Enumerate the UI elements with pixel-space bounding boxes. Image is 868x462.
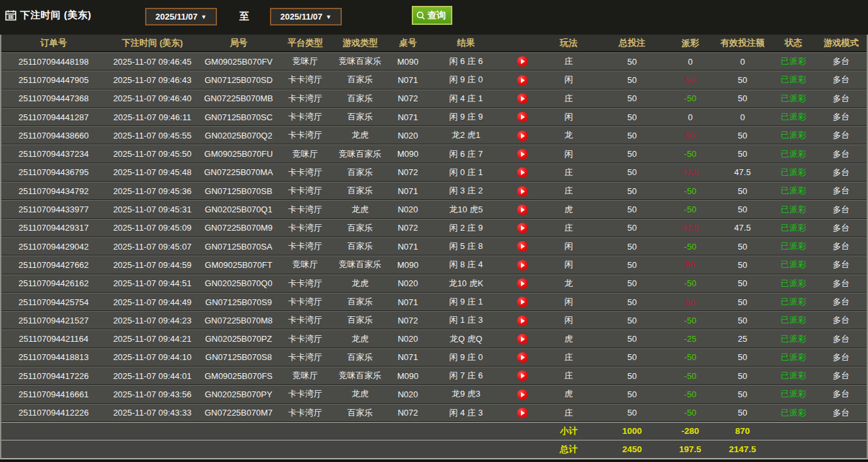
result-cell: 龙Q 虎Q [427,329,505,348]
total-bet-cell: 50 [597,404,667,422]
replay-cell [505,385,540,403]
table-number-cell: N071 [388,293,427,311]
play-video-button[interactable] [517,334,528,344]
order-number-cell: 251107094427662 [1,256,106,274]
valid-bet-cell: 0 [714,52,771,71]
order-number-cell: 251107094438660 [1,126,106,144]
play-video-button[interactable] [517,149,528,159]
platform-type-cell: 竞咪厅 [278,144,332,163]
game-type-cell: 竞咪百家乐 [332,144,388,163]
round-number-cell: GN07125B070SA [199,237,278,256]
platform-type-cell: 卡卡湾厅 [278,71,332,89]
play-video-button[interactable] [517,278,528,289]
play-video-button[interactable] [517,389,528,400]
valid-bet-cell: 50 [714,404,771,422]
total-bet-cell: 50 [597,256,667,274]
table-row: 251107094448198 2025-11-07 09:46:45 GM09… [1,52,867,71]
total-bet-cell: 50 [597,329,667,348]
play-video-button[interactable] [517,260,528,271]
play-video-button[interactable] [517,56,528,67]
date-from-picker[interactable]: 2025/11/07 ▼ [145,8,217,25]
result-cell: 龙10 虎5 [427,200,505,218]
play-video-button[interactable] [517,241,528,252]
valid-bet-cell: 50 [714,237,771,256]
round-number-cell: GN02025B070PZ [199,329,278,348]
play-video-button[interactable] [517,93,528,104]
toolbar: 下注时间 (美东) 2025/11/07 ▼ 至 2025/11/07 ▼ 查询 [0,0,868,35]
result-cell: 闲 5 庄 8 [427,237,505,256]
valid-bet-cell: 50 [714,348,771,367]
replay-cell [505,182,540,200]
game-type-cell: 百家乐 [332,348,388,367]
bet-time-cell: 2025-11-07 09:43:56 [106,385,199,403]
payout-cell: 47.5 [667,163,714,182]
bet-method-cell: 庄 [540,90,597,108]
replay-cell [505,52,540,71]
date-to-value: 2025/11/07 [280,12,322,22]
bet-method-cell: 庄 [540,404,597,422]
play-video-button[interactable] [517,75,528,86]
play-video-button[interactable] [517,408,528,418]
play-video-button[interactable] [517,223,528,233]
game-mode-cell: 多台 [816,108,867,126]
total-bet-cell: 50 [597,90,667,108]
order-number-cell: 251107094448198 [1,52,106,71]
play-video-button[interactable] [517,112,528,122]
table-row: 251107094412226 2025-11-07 09:43:33 GN07… [1,404,867,422]
result-cell: 闲 9 庄 9 [427,108,505,126]
play-video-button[interactable] [517,371,528,381]
date-from-value: 2025/11/07 [156,12,197,22]
game-mode-cell: 多台 [816,293,867,311]
table-row: 251107094447905 2025-11-07 09:46:43 GN07… [1,71,867,89]
play-video-button[interactable] [517,131,528,141]
replay-cell [505,311,540,329]
result-cell: 闲 1 庄 3 [427,311,505,329]
game-mode-cell: 多台 [816,348,867,367]
table-number-cell: N072 [388,404,427,422]
valid-bet-cell: 50 [714,90,771,108]
query-button[interactable]: 查询 [412,6,452,25]
total-bet: 2450 [597,440,667,458]
bet-method-cell: 龙 [540,274,597,293]
payout-cell: -50 [667,200,714,218]
replay-cell [505,144,540,163]
order-number-cell: 251107094426162 [1,274,106,293]
platform-type-cell: 卡卡湾厅 [278,182,332,200]
game-mode-cell: 多台 [816,329,867,348]
column-header: 游戏模式 [816,35,867,52]
payout-cell: -50 [667,90,714,108]
column-header: 有效投注额 [714,35,771,52]
replay-cell [505,71,540,89]
valid-bet-cell: 50 [714,200,771,218]
play-video-button[interactable] [517,297,528,307]
status-badge: 已派彩 [771,90,816,108]
round-number-cell: GN07225B070M7 [199,404,278,422]
column-header: 局号 [199,35,278,52]
order-number-cell: 251107094447368 [1,90,106,108]
order-number-cell: 251107094421164 [1,329,106,348]
game-mode-cell: 多台 [816,404,867,422]
payout-cell: -50 [667,385,714,403]
payout-cell: 50 [667,126,714,144]
table-number-cell: N071 [388,182,427,200]
date-to-picker[interactable]: 2025/11/07 ▼ [270,8,342,25]
play-video-button[interactable] [517,167,528,178]
game-type-cell: 百家乐 [332,182,388,200]
column-header: 状态 [771,35,816,52]
game-mode-cell: 多台 [816,385,867,403]
play-video-button[interactable] [517,316,528,326]
platform-type-cell: 卡卡湾厅 [278,329,332,348]
game-mode-cell: 多台 [816,126,867,144]
bet-records-table: 订单号下注时间 (美东)局号平台类型游戏类型桌号结果玩法总投注派彩有效投注额状态… [0,35,868,459]
play-video-button[interactable] [517,205,528,215]
table-number-cell: M090 [388,144,427,163]
game-type-cell: 百家乐 [332,219,388,237]
column-header: 游戏类型 [332,35,388,52]
play-video-button[interactable] [517,352,528,363]
subtotal-label: 小计 [540,422,597,440]
round-number-cell: GN07125B070S9 [199,293,278,311]
game-type-cell: 百家乐 [332,90,388,108]
play-video-button[interactable] [517,186,528,197]
column-header: 玩法 [540,35,597,52]
order-number-cell: 251107094418813 [1,348,106,367]
